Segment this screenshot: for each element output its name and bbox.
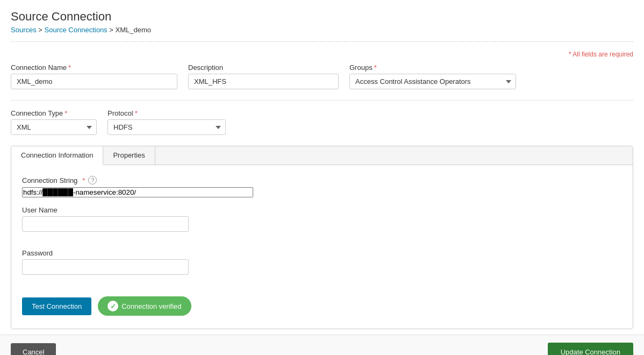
form-row-1: Connection Name* Description Groups* Acc… xyxy=(11,63,633,89)
test-connection-button[interactable]: Test Connection xyxy=(22,297,91,315)
top-divider xyxy=(11,41,633,42)
main-content: Source Connection Sources > Source Conne… xyxy=(0,0,644,335)
connection-name-input[interactable] xyxy=(11,74,177,89)
username-group: User Name xyxy=(22,206,622,240)
password-input[interactable] xyxy=(22,259,189,275)
required-note: * All fields are required xyxy=(11,51,633,58)
connection-name-label: Connection Name* xyxy=(11,63,177,72)
connection-type-group: Connection Type* XML xyxy=(11,109,97,135)
cancel-button[interactable]: Cancel xyxy=(11,343,56,355)
verified-check-icon: ✓ xyxy=(108,301,118,311)
protocol-select[interactable]: HDFS xyxy=(108,119,226,135)
action-buttons-row: Test Connection ✓ Connection verified xyxy=(22,296,622,316)
conn-string-label-row: Connection String * ? xyxy=(22,176,622,184)
page-wrapper: Source Connection Sources > Source Conne… xyxy=(0,0,644,355)
connection-type-select[interactable]: XML xyxy=(11,119,97,135)
tabs-header: Connection Information Properties xyxy=(11,146,633,165)
description-label: Description xyxy=(188,63,339,72)
conn-string-label: Connection String xyxy=(22,176,77,184)
groups-group: Groups* Access Control Assistance Operat… xyxy=(349,63,516,89)
tab-properties[interactable]: Properties xyxy=(103,146,155,165)
footer-bar: Cancel Update Connection xyxy=(0,335,644,355)
page-title: Source Connection xyxy=(11,10,633,24)
description-group: Description xyxy=(188,63,339,89)
protocol-label: Protocol* xyxy=(108,109,226,117)
form-row-2: Connection Type* XML Protocol* HDFS xyxy=(11,109,633,135)
description-input[interactable] xyxy=(188,74,339,89)
breadcrumb: Sources > Source Connections > XML_demo xyxy=(11,26,633,34)
groups-select[interactable]: Access Control Assistance Operators xyxy=(349,74,516,89)
connection-type-label: Connection Type* xyxy=(11,109,97,117)
tabs-content: Connection String * ? User Name Password xyxy=(11,165,633,329)
tab-connection-information[interactable]: Connection Information xyxy=(11,146,103,165)
breadcrumb-source-connections[interactable]: Source Connections xyxy=(45,26,108,34)
groups-label: Groups* xyxy=(349,63,516,72)
connection-string-input[interactable] xyxy=(22,187,253,197)
breadcrumb-current: XML_demo xyxy=(115,26,151,34)
connection-name-group: Connection Name* xyxy=(11,63,177,89)
section-divider-1 xyxy=(11,100,633,101)
update-connection-button[interactable]: Update Connection xyxy=(548,343,633,355)
password-group: Password xyxy=(22,249,622,286)
password-label: Password xyxy=(22,249,622,257)
username-label: User Name xyxy=(22,206,622,214)
protocol-group: Protocol* HDFS xyxy=(108,109,226,135)
tabs-container: Connection Information Properties Connec… xyxy=(11,146,633,329)
breadcrumb-sources[interactable]: Sources xyxy=(11,26,37,34)
help-icon[interactable]: ? xyxy=(88,176,97,184)
username-input[interactable] xyxy=(22,216,189,232)
connection-verified-label: Connection verified xyxy=(121,302,181,310)
connection-verified-button[interactable]: ✓ Connection verified xyxy=(98,296,191,316)
